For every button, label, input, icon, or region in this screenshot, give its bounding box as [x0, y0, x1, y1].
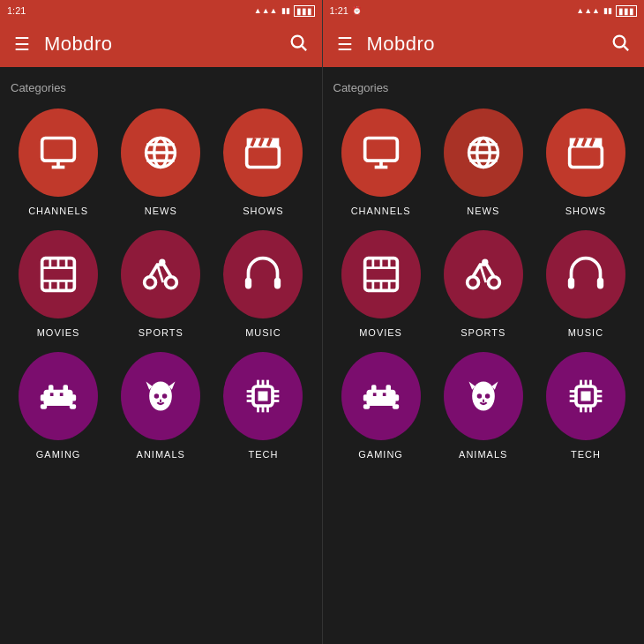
svg-point-78 — [145, 277, 156, 288]
status-bar-right: 1:21 ⏰ ▲▲▲ ▮▮ ▮▮▮ — [323, 0, 645, 21]
category-oval-news-right — [444, 109, 523, 197]
category-music-left[interactable]: MUSIC — [212, 230, 314, 338]
svg-rect-56 — [42, 139, 75, 161]
svg-line-112 — [624, 46, 628, 50]
menu-icon-right[interactable]: ☰ — [337, 34, 353, 55]
battery-icon-right: ▮▮▮ — [616, 5, 637, 17]
signal-icon-left: ▮▮ — [281, 6, 290, 15]
svg-rect-87 — [71, 394, 77, 401]
svg-rect-86 — [41, 394, 46, 401]
category-movies-right[interactable]: MOVIES — [330, 230, 432, 338]
time-right: 1:21 — [330, 5, 348, 16]
tech-label-left: TECH — [248, 449, 278, 460]
category-oval-news-left — [121, 109, 200, 197]
alarm-icon-right: ⏰ — [352, 6, 362, 15]
category-shows-right[interactable]: SHOWS — [535, 109, 637, 216]
right-panel: 1:21 ⏰ ▲▲▲ ▮▮ ▮▮▮ ☰ Mobdro Categories — [323, 0, 645, 644]
news-label-left: NEWS — [145, 206, 177, 216]
category-music-right[interactable]: MUSIC — [535, 230, 637, 338]
category-oval-animals-left — [121, 352, 200, 440]
app-title-right: Mobdro — [367, 33, 436, 56]
category-gaming-right[interactable]: GAMING — [330, 352, 432, 460]
menu-icon-left[interactable]: ☰ — [14, 34, 30, 55]
svg-rect-82 — [274, 278, 281, 289]
svg-point-80 — [159, 259, 165, 266]
tech-label-right: TECH — [571, 449, 601, 460]
channels-label-left: CHANNELS — [28, 206, 88, 216]
app-title-left: Mobdro — [44, 33, 113, 56]
category-channels-left[interactable]: CHANNELS — [7, 109, 109, 216]
svg-rect-81 — [245, 278, 251, 289]
category-sports-left[interactable]: SPORTS — [109, 230, 212, 338]
svg-rect-155 — [580, 392, 590, 401]
content-right: Categories CHANNELS — [323, 67, 645, 644]
category-tech-right[interactable]: TECH — [535, 352, 637, 460]
category-oval-channels-right — [341, 109, 421, 197]
status-icons-right: ▲▲▲ ▮▮ ▮▮▮ — [576, 5, 637, 17]
svg-point-137 — [482, 259, 488, 266]
category-oval-tech-left — [223, 352, 303, 440]
svg-rect-64 — [247, 146, 280, 168]
category-oval-shows-left — [223, 109, 303, 197]
wifi-icon-left: ▲▲▲ — [254, 6, 278, 15]
category-animals-left[interactable]: ANIMALS — [109, 352, 212, 460]
search-icon-left[interactable] — [288, 33, 308, 56]
svg-rect-83 — [44, 390, 73, 406]
category-gaming-left[interactable]: GAMING — [7, 352, 109, 460]
music-label-right: MUSIC — [568, 327, 603, 338]
status-time-left: 1:21 — [7, 5, 26, 16]
category-channels-right[interactable]: CHANNELS — [330, 109, 432, 216]
shows-label-right: SHOWS — [565, 206, 607, 216]
signal-icon-right: ▮▮ — [603, 6, 612, 15]
toolbar-left: ☰ Mobdro — [0, 21, 322, 67]
svg-rect-138 — [568, 278, 574, 289]
channels-label-right: CHANNELS — [351, 206, 411, 216]
music-label-left: MUSIC — [245, 327, 281, 338]
sports-label-left: SPORTS — [139, 327, 183, 338]
svg-rect-98 — [258, 392, 268, 401]
category-tech-left[interactable]: TECH — [212, 352, 314, 460]
svg-point-54 — [291, 35, 303, 47]
category-oval-sports-left — [121, 230, 200, 318]
category-news-right[interactable]: NEWS — [432, 109, 535, 216]
svg-point-79 — [166, 277, 177, 288]
category-animals-right[interactable]: ANIMALS — [432, 352, 535, 460]
svg-rect-91 — [60, 393, 64, 396]
gaming-label-right: GAMING — [358, 449, 403, 460]
toolbar-left-group: ☰ Mobdro — [14, 33, 113, 56]
animals-label-right: ANIMALS — [459, 449, 507, 460]
category-news-left[interactable]: NEWS — [109, 109, 212, 216]
category-oval-animals-right — [444, 352, 523, 440]
svg-rect-139 — [597, 278, 603, 289]
svg-point-151 — [476, 393, 482, 399]
wifi-icon-right: ▲▲▲ — [576, 6, 600, 15]
svg-rect-146 — [392, 404, 398, 409]
svg-rect-88 — [41, 404, 47, 409]
category-oval-shows-right — [546, 109, 625, 197]
svg-rect-140 — [366, 390, 395, 406]
gaming-label-left: GAMING — [36, 449, 81, 460]
svg-point-152 — [485, 393, 490, 399]
svg-rect-143 — [363, 394, 368, 401]
svg-rect-147 — [372, 393, 376, 396]
category-oval-music-right — [546, 230, 625, 318]
categories-grid-right: CHANNELS NEWS — [330, 109, 638, 460]
category-movies-left[interactable]: MOVIES — [7, 230, 109, 338]
category-sports-right[interactable]: SPORTS — [432, 230, 535, 338]
category-oval-sports-right — [444, 230, 523, 318]
category-oval-channels-left — [19, 109, 98, 197]
movies-label-left: MOVIES — [37, 327, 80, 338]
categories-label-left: Categories — [7, 81, 315, 94]
category-oval-movies-right — [341, 230, 421, 318]
search-icon-right[interactable] — [610, 33, 630, 56]
svg-rect-148 — [382, 393, 386, 396]
category-oval-movies-left — [19, 230, 98, 318]
svg-rect-144 — [393, 394, 399, 401]
svg-point-135 — [467, 277, 478, 288]
svg-rect-85 — [64, 385, 69, 393]
svg-rect-141 — [371, 385, 377, 393]
category-shows-left[interactable]: SHOWS — [212, 109, 314, 216]
svg-rect-145 — [363, 404, 369, 409]
news-label-right: NEWS — [467, 206, 499, 216]
svg-rect-89 — [70, 404, 76, 409]
